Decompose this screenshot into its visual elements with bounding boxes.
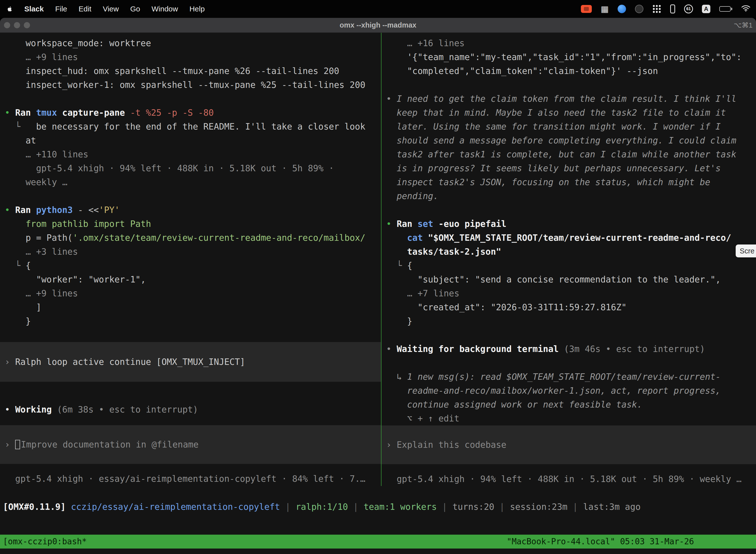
terminal-text-segment: … +9 lines — [5, 288, 78, 298]
terminal-text-segment: session:23m — [510, 502, 567, 512]
terminal-line — [0, 92, 381, 106]
terminal-line: • Waiting for background terminal (3m 46… — [381, 342, 756, 356]
terminal-line: … +9 lines — [0, 286, 381, 300]
terminal-gap — [0, 464, 381, 472]
tmux-pane-left[interactable]: workspace_mode: worktree … +9 lines insp… — [0, 33, 381, 486]
menu-item-view[interactable]: View — [103, 5, 119, 13]
terminal-text-segment: • — [5, 108, 15, 118]
desktop: { "menu_bar": { "active_app": "Slack", "… — [0, 0, 756, 554]
terminal-text-segment: Improve documentation in @filename — [21, 438, 198, 451]
text-cursor — [15, 440, 20, 449]
iphone-mirroring-icon[interactable] — [670, 4, 675, 13]
terminal-band[interactable]: › Explain this codebase — [381, 426, 756, 464]
terminal-text-segment: › — [5, 355, 15, 369]
dots-grid-icon[interactable] — [652, 4, 661, 13]
tmux-panes: workspace_mode: worktree … +9 lines insp… — [0, 33, 756, 486]
terminal-line: readme-and-reco/mailbox/worker-1.json, a… — [381, 384, 756, 398]
tmux-pane-right[interactable]: … +16 lines '{"team_name":"my-team","tas… — [381, 33, 756, 486]
terminal-text-segment: gpt-5.4 xhigh · 94% left · 488K in · 5.1… — [386, 474, 742, 484]
terminal-line: continue assigned work or next feasible … — [381, 398, 756, 411]
terminal-text-segment: keep that in mind. Maybe I also need the… — [386, 108, 726, 118]
blue-app-icon[interactable] — [618, 5, 626, 13]
input-source-icon[interactable]: A — [702, 5, 710, 13]
terminal-line: inspect_hud: omx sparkshell --tmux-pane … — [0, 64, 381, 78]
terminal-line — [381, 203, 756, 217]
terminal-line: … +3 lines — [0, 245, 381, 259]
tmux-host-clock-label: "MacBook-Pro-44.local" 05:03 31-Mar-26 — [507, 535, 694, 549]
terminal-text-segment: '.omx/state/team/review-current-readme-a… — [73, 233, 365, 243]
terminal-text-segment: … +110 lines — [5, 150, 88, 159]
terminal-text-segment: set — [418, 219, 438, 229]
menu-item-help[interactable]: Help — [189, 5, 205, 13]
terminal-text-segment: { — [407, 261, 412, 271]
screen-overlay-tooltip: Scre — [736, 244, 756, 258]
terminal-line: is in progress? It seems likely but perh… — [381, 161, 756, 175]
terminal-text-segment: (6m 38s • esc to interrupt) — [57, 404, 198, 414]
terminal-text-segment: … +7 lines — [386, 288, 459, 298]
window-titlebar[interactable]: omx --xhigh --madmax ⌥⌘1 — [0, 18, 756, 33]
terminal-band[interactable]: › Improve documentation in @filename — [0, 425, 381, 464]
terminal-text-segment: tasks/task-2.json" — [386, 247, 501, 257]
terminal-line: pending. — [381, 189, 756, 203]
close-window-button[interactable] — [4, 22, 10, 28]
terminal-text-segment: Ran — [397, 219, 418, 229]
terminal-line: └ { — [381, 259, 756, 273]
terminal-line: • Ran tmux capture-pane -t %25 -p -S -80 — [0, 106, 381, 120]
terminal-text-segment: • — [5, 404, 15, 414]
terminal-line: inspect task2's JSON, focusing on the st… — [381, 175, 756, 189]
battery-percent-badge[interactable]: 61 — [684, 4, 693, 13]
window-grid-icon[interactable]: ▦ — [601, 5, 609, 13]
terminal-text-segment: … +9 lines — [5, 52, 78, 62]
terminal-text-segment: Explain this codebase — [397, 438, 506, 452]
screen-recording-indicator-icon[interactable] — [581, 5, 592, 13]
menu-item-window[interactable]: Window — [151, 5, 178, 13]
terminal-text-segment: is in progress? It seems likely but perh… — [386, 163, 721, 173]
menu-item-go[interactable]: Go — [130, 5, 140, 13]
terminal-text-segment: -euo pipefail — [439, 219, 506, 229]
terminal-text-segment: › — [386, 438, 397, 452]
terminal-band[interactable]: › Ralph loop active continue [OMX_TMUX_I… — [0, 342, 381, 382]
terminal-line: keep that in mind. Maybe I also need the… — [381, 106, 756, 120]
active-app-menu[interactable]: Slack — [24, 5, 44, 13]
battery-icon[interactable] — [719, 6, 732, 12]
terminal-text-segment: "worker": "worker-1", — [5, 275, 146, 284]
terminal-line: "worker": "worker-1", — [0, 273, 381, 286]
terminal-text-segment: | — [494, 502, 510, 512]
battery-nub — [731, 8, 732, 10]
dark-app-icon[interactable] — [635, 5, 643, 13]
terminal-line: • I need to get the claim token from the… — [381, 92, 756, 106]
terminal-text-segment: Working — [15, 404, 57, 414]
menu-bar-left: Slack FileEditViewGoWindowHelp — [6, 5, 205, 13]
terminal-text-segment: '{"team_name":"my-team","task_id":"1","f… — [386, 52, 742, 62]
terminal-line: … +16 lines — [381, 36, 756, 50]
zoom-window-button[interactable] — [24, 22, 30, 28]
terminal-text-segment: I need to get the claim token from the c… — [397, 94, 737, 104]
tmux-session-window-label[interactable]: [omx-cczip0:bash* — [3, 535, 87, 549]
terminal-line: at — [0, 133, 381, 148]
menu-item-file[interactable]: File — [55, 5, 67, 13]
terminal-text-segment: { — [25, 261, 31, 271]
window-title: omx --xhigh --madmax — [0, 21, 756, 29]
terminal-text-segment: … +16 lines — [386, 38, 464, 48]
terminal-window: omx --xhigh --madmax ⌥⌘1 workspace_mode:… — [0, 18, 756, 554]
terminal-line: … +110 lines — [0, 148, 381, 161]
terminal-text-segment: (3m 46s • esc to interrupt) — [564, 344, 705, 354]
terminal-text-segment: └ — [5, 122, 36, 131]
terminal-line: workspace_mode: worktree — [0, 36, 381, 50]
terminal-line: … +9 lines — [0, 50, 381, 64]
terminal-text-segment: Ralph loop active continue [OMX_TMUX_INJ… — [15, 355, 245, 369]
terminal-text-segment: cczip/essay/ai-reimplementation-copyleft — [71, 502, 280, 512]
minimize-window-button[interactable] — [14, 22, 20, 28]
terminal-text-segment: Ran — [15, 205, 36, 215]
terminal-text-segment: [OMX#0.11.9] — [3, 502, 71, 512]
menu-item-edit[interactable]: Edit — [79, 5, 91, 13]
terminal-text-segment: | — [437, 502, 452, 512]
terminal-text-segment: workspace_mode: worktree — [5, 38, 151, 48]
apple-menu-icon[interactable] — [6, 5, 13, 13]
terminal-text-segment: "created_at": "2026-03-31T11:59:27.816Z" — [386, 302, 627, 312]
terminal-text-segment: from pathlib import Path — [5, 219, 151, 229]
traffic-lights — [0, 22, 30, 28]
terminal-text-segment: } — [386, 316, 412, 326]
wifi-icon[interactable] — [741, 5, 751, 13]
terminal-line: "created_at": "2026-03-31T11:59:27.816Z" — [381, 300, 756, 314]
